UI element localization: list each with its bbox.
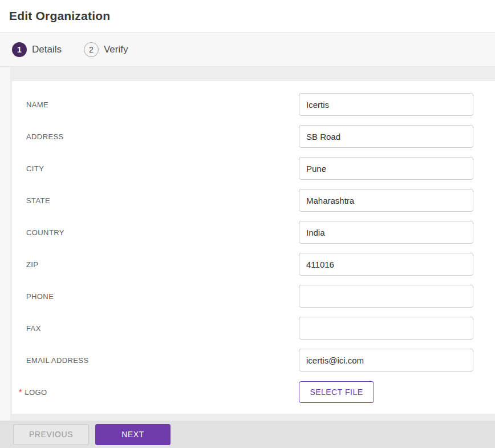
field-input-cell	[299, 317, 473, 340]
city-input[interactable]	[299, 157, 473, 180]
name-input[interactable]	[299, 93, 473, 116]
select-file-button[interactable]: SELECT FILE	[299, 381, 374, 403]
form-rows: NAME ADDRESS CITY STATE COUNTRY	[26, 93, 473, 403]
field-label-cell: EMAIL ADDRESS	[26, 356, 299, 365]
step-2-badge: 2	[84, 42, 99, 57]
wizard-footer: PREVIOUS NEXT	[0, 421, 495, 448]
form-row: ADDRESS	[26, 125, 473, 148]
field-input-cell	[299, 285, 473, 308]
field-input-cell	[299, 221, 473, 244]
field-label-cell: STATE	[26, 196, 299, 205]
step-verify[interactable]: 2 Verify	[84, 42, 128, 57]
field-input-cell	[299, 253, 473, 276]
field-label: LOGO	[25, 388, 47, 397]
field-input-cell	[299, 189, 473, 212]
zip-input[interactable]	[299, 253, 473, 276]
page-title: Edit Organization	[9, 9, 110, 23]
field-label-cell: * LOGO	[26, 388, 299, 397]
field-label-cell: COUNTRY	[26, 228, 299, 237]
field-label: EMAIL ADDRESS	[26, 356, 88, 365]
state-input[interactable]	[299, 189, 473, 212]
main-area: NAME ADDRESS CITY STATE COUNTRY	[0, 67, 495, 448]
step-1-badge: 1	[12, 42, 27, 57]
field-input-cell	[299, 349, 473, 372]
form-row: FAX	[26, 317, 473, 340]
next-button[interactable]: NEXT	[95, 424, 171, 445]
step-details[interactable]: 1 Details	[12, 42, 62, 57]
field-label: PHONE	[26, 292, 54, 301]
field-label: STATE	[26, 196, 50, 205]
step-2-label: Verify	[104, 44, 128, 55]
phone-input[interactable]	[299, 285, 473, 308]
field-label: FAX	[26, 324, 41, 333]
field-label-cell: CITY	[26, 164, 299, 173]
field-input-cell	[299, 125, 473, 148]
field-label-cell: FAX	[26, 324, 299, 333]
field-label-cell: ZIP	[26, 260, 299, 269]
field-label: NAME	[26, 100, 48, 109]
form-row: CITY	[26, 157, 473, 180]
wizard-stepper: 1 Details 2 Verify	[0, 33, 495, 67]
required-asterisk: *	[19, 388, 22, 397]
country-input[interactable]	[299, 221, 473, 244]
email-address-input[interactable]	[299, 349, 473, 372]
form-row: * LOGO SELECT FILE	[26, 381, 473, 403]
field-input-cell: SELECT FILE	[299, 381, 473, 403]
page-header: Edit Organization	[0, 0, 495, 33]
previous-button[interactable]: PREVIOUS	[13, 424, 89, 445]
field-label: ZIP	[26, 260, 38, 269]
form-row: COUNTRY	[26, 221, 473, 244]
field-input-cell	[299, 93, 473, 116]
field-label: CITY	[26, 164, 44, 173]
address-input[interactable]	[299, 125, 473, 148]
step-1-label: Details	[32, 44, 62, 55]
field-label-cell: ADDRESS	[26, 132, 299, 141]
form-row: EMAIL ADDRESS	[26, 349, 473, 372]
form-card-wrap: NAME ADDRESS CITY STATE COUNTRY	[0, 67, 495, 421]
field-label-cell: NAME	[26, 100, 299, 109]
field-label: ADDRESS	[26, 132, 64, 141]
form-row: ZIP	[26, 253, 473, 276]
form-row: STATE	[26, 189, 473, 212]
form-row: PHONE	[26, 285, 473, 308]
edit-organization-window: Edit Organization 1 Details 2 Verify NAM…	[0, 0, 495, 448]
organization-form: NAME ADDRESS CITY STATE COUNTRY	[12, 81, 495, 414]
fax-input[interactable]	[299, 317, 473, 340]
field-input-cell	[299, 157, 473, 180]
field-label: COUNTRY	[26, 228, 64, 237]
field-label-cell: PHONE	[26, 292, 299, 301]
form-row: NAME	[26, 93, 473, 116]
